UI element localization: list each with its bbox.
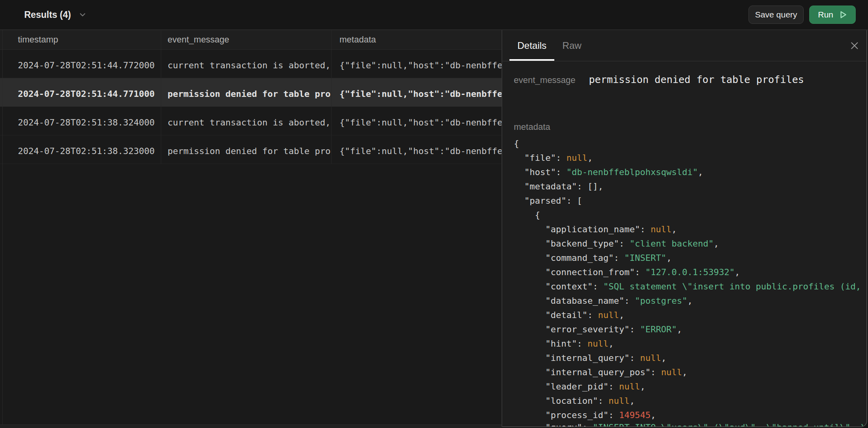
results-table: timestamp event_message metadata 2024-07… xyxy=(0,30,502,428)
cell-timestamp[interactable]: 2024-07-28T02:51:38.323000 xyxy=(0,135,161,164)
run-label: Run xyxy=(818,10,833,19)
json-line: "database_name": "postgres", xyxy=(514,294,866,308)
column-header-event-message[interactable]: event_message xyxy=(161,30,332,49)
cell-metadata[interactable]: {"file":null,"host":"db-nenbffe xyxy=(332,135,502,164)
detail-panel-zone: Details Raw event_message permission den… xyxy=(502,29,868,428)
table-row[interactable]: 2024-07-28T02:51:38.323000permission den… xyxy=(0,135,502,164)
close-panel-button[interactable] xyxy=(849,40,860,51)
json-line: { xyxy=(514,208,866,222)
json-line: "context": "SQL statement \"insert into … xyxy=(514,280,866,294)
save-query-button[interactable]: Save query xyxy=(748,6,804,24)
json-line: { xyxy=(514,137,866,151)
json-line: "error_severity": "ERROR", xyxy=(514,322,866,337)
run-button[interactable]: Run xyxy=(809,6,856,24)
column-header-metadata[interactable]: metadata xyxy=(332,30,502,49)
json-line: "connection_from": "127.0.0.1:53932", xyxy=(514,265,866,280)
json-line: "metadata": [], xyxy=(514,179,866,194)
event-message-field: event_message permission denied for tabl… xyxy=(514,74,804,85)
cell-event_message[interactable]: permission denied for table pro xyxy=(161,135,332,164)
json-line: "leader_pid": null, xyxy=(514,380,866,394)
chevron-down-icon xyxy=(78,10,87,19)
metadata-label: metadata xyxy=(514,122,550,132)
column-header-timestamp[interactable]: timestamp xyxy=(0,30,161,49)
cell-metadata[interactable]: {"file":null,"host":"db-nenbffe xyxy=(332,50,502,78)
cell-event_message[interactable]: permission denied for table pro xyxy=(161,78,332,106)
json-line: "application_name": null, xyxy=(514,222,866,237)
cell-event_message[interactable]: current transaction is aborted, xyxy=(161,50,332,78)
topbar-divider xyxy=(0,29,868,30)
horizontal-scrollbar[interactable] xyxy=(0,424,502,428)
metadata-json-block[interactable]: { "file": null, "host": "db-nenbffeblpoh… xyxy=(514,137,866,427)
json-line: "query": "INSERT INTO \"users\" (\"aud\"… xyxy=(514,420,866,427)
table-left-border xyxy=(2,30,3,424)
table-header-row: timestamp event_message metadata xyxy=(0,30,502,50)
play-icon xyxy=(838,10,848,19)
event-message-label: event_message xyxy=(514,75,583,85)
cell-event_message[interactable]: current transaction is aborted, xyxy=(161,107,332,135)
table-row[interactable]: 2024-07-28T02:51:44.771000permission den… xyxy=(0,78,502,107)
cell-metadata[interactable]: {"file":null,"host":"db-nenbffe xyxy=(332,78,502,106)
cell-timestamp[interactable]: 2024-07-28T02:51:44.771000 xyxy=(0,78,161,106)
topbar: Results (4) Save query Run xyxy=(0,0,868,29)
json-line: "detail": null, xyxy=(514,308,866,322)
results-dropdown[interactable]: Results (4) xyxy=(24,10,87,20)
json-line: "parsed": [ xyxy=(514,194,866,208)
close-icon xyxy=(849,40,860,51)
json-line: "hint": null, xyxy=(514,337,866,351)
json-line: "internal_query_pos": null, xyxy=(514,365,866,380)
table-row[interactable]: 2024-07-28T02:51:44.772000current transa… xyxy=(0,50,502,78)
event-message-value: permission denied for table profiles xyxy=(589,74,804,85)
json-line: "file": null, xyxy=(514,151,866,165)
cell-timestamp[interactable]: 2024-07-28T02:51:44.772000 xyxy=(0,50,161,78)
panel-tab-bar: Details Raw xyxy=(502,30,866,62)
json-line: "internal_query": null, xyxy=(514,351,866,365)
json-line: "host": "db-nenbffeblpohxsqwsldi", xyxy=(514,165,866,179)
detail-panel: Details Raw event_message permission den… xyxy=(502,29,867,427)
tab-raw[interactable]: Raw xyxy=(554,30,589,61)
json-line: "location": null, xyxy=(514,394,866,408)
cell-timestamp[interactable]: 2024-07-28T02:51:38.324000 xyxy=(0,107,161,135)
json-line: "command_tag": "INSERT", xyxy=(514,251,866,265)
save-query-label: Save query xyxy=(755,10,797,19)
tab-details[interactable]: Details xyxy=(509,30,554,61)
table-row[interactable]: 2024-07-28T02:51:38.324000current transa… xyxy=(0,107,502,135)
cell-metadata[interactable]: {"file":null,"host":"db-nenbffe xyxy=(332,107,502,135)
results-count-label: Results (4) xyxy=(24,10,71,20)
json-line: "backend_type": "client backend", xyxy=(514,237,866,251)
